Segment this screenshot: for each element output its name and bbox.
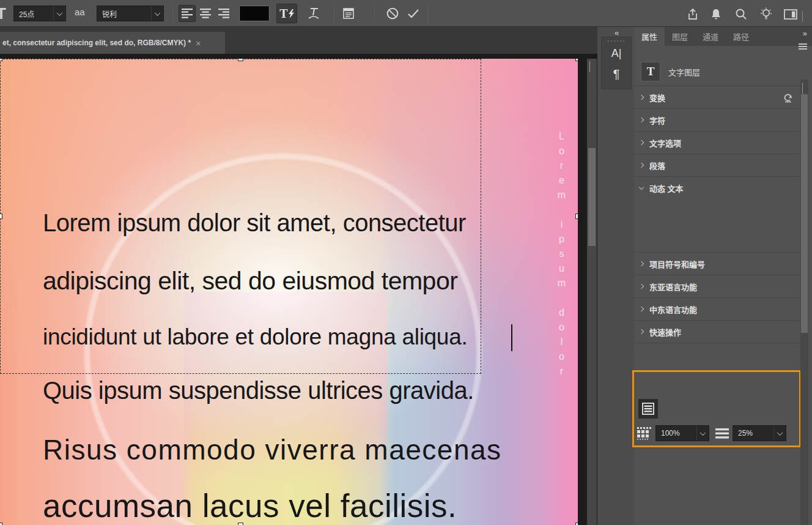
section-middle-eastern[interactable]: 中东语言功能 bbox=[634, 297, 802, 320]
notifications-button[interactable] bbox=[709, 7, 723, 21]
text-insertion-cursor bbox=[511, 324, 512, 351]
section-east-asian[interactable]: 东亚语言功能 bbox=[634, 275, 802, 297]
scrollbar-thumb[interactable] bbox=[801, 94, 808, 333]
scrollbar-thumb[interactable] bbox=[588, 148, 596, 246]
paragraph-panel-button[interactable]: ¶ bbox=[602, 64, 631, 84]
align-center-button[interactable] bbox=[197, 5, 214, 22]
section-dynamic-text[interactable]: 动态 文本 bbox=[634, 176, 802, 199]
transform-handle[interactable] bbox=[238, 523, 243, 525]
scroll-up-icon[interactable] bbox=[802, 83, 803, 94]
warp-text-icon bbox=[306, 7, 321, 20]
chevron-right-icon bbox=[639, 261, 644, 266]
chevron-down-icon[interactable] bbox=[773, 426, 786, 441]
bell-icon bbox=[710, 8, 722, 20]
chevron-down-icon[interactable] bbox=[53, 6, 65, 21]
lightbulb-icon bbox=[759, 7, 773, 21]
toggle-panels-button[interactable] bbox=[340, 5, 357, 22]
collapsed-panel-strip: « A| ¶ bbox=[597, 27, 634, 525]
chevron-right-icon bbox=[639, 117, 644, 122]
transform-handle[interactable] bbox=[575, 214, 578, 219]
expand-panels-icon[interactable]: » bbox=[803, 29, 807, 38]
section-label: 项目符号和编号 bbox=[649, 258, 705, 270]
canvas-text-line: Risus commodo viverra maecenas bbox=[43, 433, 502, 466]
chevron-down-icon[interactable] bbox=[696, 426, 709, 441]
document-tab[interactable]: et, consectetur adipiscing elit, sed do,… bbox=[0, 32, 225, 54]
transform-handle[interactable] bbox=[0, 214, 2, 219]
cancel-edit-button[interactable] bbox=[384, 5, 401, 22]
align-center-icon bbox=[200, 9, 211, 18]
anti-alias-select[interactable]: 锐利 bbox=[97, 6, 164, 21]
chevron-right-icon bbox=[639, 140, 644, 145]
lightning-icon bbox=[289, 9, 294, 18]
tab-layers[interactable]: 图层 bbox=[665, 27, 695, 46]
panel-menu-icon[interactable] bbox=[799, 43, 807, 50]
panel-tab-bar: 属性 图层 通道 路径 bbox=[634, 27, 812, 46]
dynamic-text-toggle-button[interactable]: T bbox=[276, 4, 297, 23]
chevron-down-icon[interactable] bbox=[151, 6, 163, 21]
section-quick-actions[interactable]: 快速操作 bbox=[634, 320, 802, 343]
tab-channels[interactable]: 通道 bbox=[695, 27, 726, 46]
chevron-right-icon bbox=[639, 307, 644, 311]
align-right-button[interactable] bbox=[215, 5, 232, 22]
vertical-text-layer: Lorem ipsum dolor bbox=[556, 131, 567, 381]
divider bbox=[428, 5, 429, 22]
document-tab-title: et, consectetur adipiscing elit, sed do,… bbox=[2, 39, 191, 47]
divider bbox=[374, 5, 375, 22]
document-vertical-scrollbar[interactable] bbox=[587, 59, 597, 525]
commit-edit-button[interactable] bbox=[405, 5, 422, 22]
workspace-icon bbox=[784, 9, 797, 20]
section-paragraph[interactable]: 段落 bbox=[634, 154, 802, 176]
chevron-down-icon[interactable] bbox=[802, 11, 803, 22]
dynamic-text-leading-select[interactable]: 25% bbox=[733, 425, 786, 441]
panels-icon bbox=[342, 8, 355, 19]
canvas-text-line: accumsan lacus vel facilisis. bbox=[43, 487, 457, 524]
close-tab-icon[interactable]: × bbox=[196, 38, 201, 48]
character-panel-button[interactable]: A| bbox=[602, 43, 631, 64]
dynamic-text-leading-value: 25% bbox=[733, 429, 773, 438]
section-label: 段落 bbox=[649, 160, 665, 171]
section-transform[interactable]: 变换 bbox=[634, 86, 802, 108]
chevron-right-icon bbox=[639, 95, 644, 100]
transform-handle[interactable] bbox=[575, 523, 578, 525]
chevron-right-icon bbox=[639, 329, 644, 334]
section-label: 字符 bbox=[649, 114, 665, 126]
transform-handle[interactable] bbox=[575, 59, 578, 61]
cancel-icon bbox=[386, 7, 399, 20]
section-character[interactable]: 字符 bbox=[634, 108, 802, 131]
section-label: 文字选项 bbox=[649, 137, 681, 149]
section-label: 动态 文本 bbox=[649, 182, 684, 194]
layer-type-label: 文字图层 bbox=[668, 66, 700, 78]
dynamic-text-amount-select[interactable]: 100% bbox=[655, 425, 709, 441]
font-size-select[interactable]: 25点 bbox=[13, 6, 66, 21]
share-button[interactable] bbox=[686, 7, 699, 21]
options-bar: T 25点 aa 锐利 T bbox=[0, 0, 812, 27]
search-button[interactable] bbox=[734, 7, 748, 21]
text-color-swatch[interactable] bbox=[240, 6, 269, 21]
reset-transform-icon[interactable] bbox=[783, 92, 793, 103]
warp-text-button[interactable] bbox=[303, 4, 324, 23]
discover-button[interactable] bbox=[759, 7, 773, 21]
section-type-options[interactable]: 文字选项 bbox=[634, 131, 802, 154]
transform-handle[interactable] bbox=[0, 59, 2, 61]
tab-properties[interactable]: 属性 bbox=[634, 27, 665, 46]
search-icon bbox=[735, 8, 747, 20]
fill-with-placeholder-text-button[interactable] bbox=[638, 399, 658, 419]
panel-vertical-scrollbar[interactable] bbox=[800, 80, 808, 525]
tab-paths[interactable]: 路径 bbox=[726, 27, 756, 46]
canvas-text-line: Lorem ipsum dolor sit amet, consectetur bbox=[43, 209, 466, 237]
scroll-up-icon[interactable] bbox=[589, 62, 590, 73]
workspace-switcher-button[interactable] bbox=[784, 7, 797, 21]
font-size-icon: T bbox=[0, 0, 6, 27]
section-label: 东亚语言功能 bbox=[649, 281, 697, 292]
word-count-icon bbox=[637, 426, 652, 440]
transform-handle[interactable] bbox=[238, 59, 243, 61]
collapse-panels-icon[interactable]: « bbox=[615, 28, 619, 37]
align-left-button[interactable] bbox=[179, 5, 196, 22]
properties-panel: » 属性 图层 通道 路径 T 文字图层 变换 字符 bbox=[634, 27, 812, 525]
checkmark-icon bbox=[407, 9, 419, 18]
transform-handle[interactable] bbox=[0, 523, 2, 525]
canvas[interactable]: Lorem ipsum dolor sit amet, consectetur … bbox=[0, 59, 578, 525]
anti-alias-value: 锐利 bbox=[97, 9, 151, 19]
chevron-right-icon bbox=[639, 163, 644, 168]
section-bullets-numbering[interactable]: 项目符号和编号 bbox=[634, 252, 802, 275]
